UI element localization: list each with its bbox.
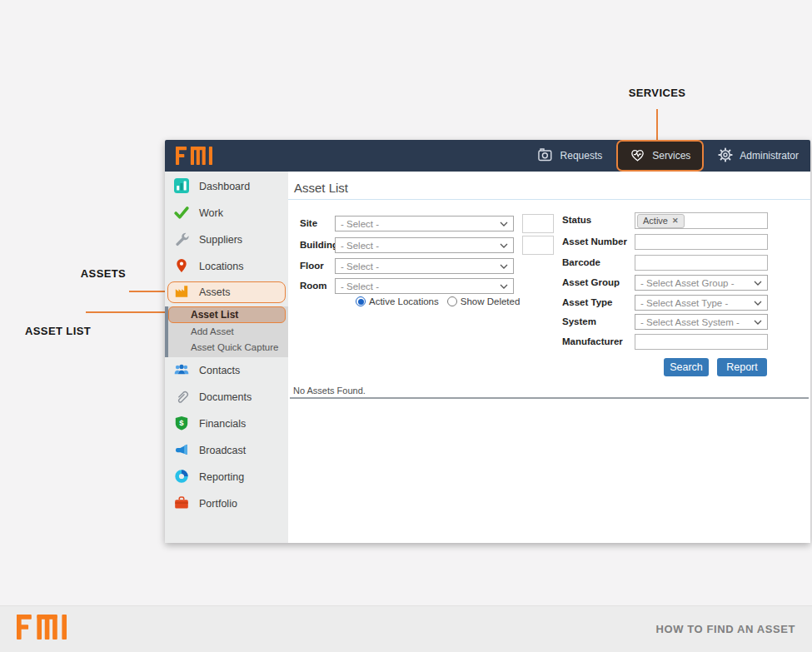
sidebar-item-asset-list[interactable]: Asset List xyxy=(168,306,286,323)
floor-select[interactable]: - Select - xyxy=(335,258,514,274)
paperclip-icon xyxy=(174,389,189,406)
sidebar-item-financials[interactable]: $ Financials xyxy=(165,411,288,437)
manufacturer-label: Manufacturer xyxy=(562,336,623,346)
fmi-logo-footer xyxy=(17,615,67,643)
status-tag-text: Active xyxy=(643,216,668,226)
remove-tag-icon[interactable]: ✕ xyxy=(672,216,679,226)
nav-administrator[interactable]: Administrator xyxy=(706,140,810,172)
site-extra-input[interactable] xyxy=(522,214,554,233)
footer: HOW TO FIND AN ASSET xyxy=(0,605,812,652)
dashboard-icon xyxy=(174,178,189,196)
sidebar-item-label: Work xyxy=(199,207,223,219)
sidebar-item-label: Portfolio xyxy=(199,498,237,510)
sidebar-item-label: Dashboard xyxy=(199,181,250,192)
dollar-shield-icon: $ xyxy=(174,416,189,433)
donut-chart-icon xyxy=(174,469,189,486)
nav-services-label: Services xyxy=(652,150,690,162)
sidebar-item-asset-quick-capture[interactable]: Asset Quick Capture xyxy=(165,339,288,355)
building-select[interactable]: - Select - xyxy=(335,237,514,253)
asset-number-label: Asset Number xyxy=(562,236,627,246)
sidebar: Dashboard Work Suppliers Locations xyxy=(165,172,288,543)
site-select-value: - Select - xyxy=(341,219,379,229)
camera-icon xyxy=(538,147,554,164)
building-label: Building xyxy=(300,240,338,250)
sidebar-item-label: Add Asset xyxy=(191,326,234,336)
sidebar-item-work[interactable]: Work xyxy=(165,200,288,226)
annotation-asset-list-label: ASSET LIST xyxy=(25,325,117,337)
sidebar-item-locations[interactable]: Locations xyxy=(165,253,288,280)
show-deleted-radio[interactable] xyxy=(447,296,457,306)
annotation-asset-list-line xyxy=(86,311,166,313)
room-select-value: - Select - xyxy=(341,281,379,291)
document-title: HOW TO FIND AN ASSET xyxy=(655,623,795,635)
chevron-down-icon xyxy=(754,320,762,325)
annotation-services-label: SERVICES xyxy=(607,87,707,99)
asset-number-input[interactable] xyxy=(635,234,768,250)
sidebar-item-label: Assets xyxy=(199,286,231,298)
status-field[interactable]: Active ✕ xyxy=(635,212,768,229)
asset-group-select[interactable]: - Select Asset Group - xyxy=(635,275,768,291)
barcode-input[interactable] xyxy=(635,255,768,271)
svg-text:$: $ xyxy=(179,418,184,427)
show-deleted-label: Show Deleted xyxy=(461,296,521,306)
main-content: Asset List Site - Select - Building - Se… xyxy=(288,172,810,543)
heartbeat-icon xyxy=(630,147,645,165)
sidebar-item-suppliers[interactable]: Suppliers xyxy=(165,226,288,253)
sidebar-item-add-asset[interactable]: Add Asset xyxy=(165,323,288,339)
system-select[interactable]: - Select Asset System - xyxy=(635,314,768,330)
annotation-services-line xyxy=(656,109,658,140)
location-radio-group: Active Locations Show Deleted xyxy=(356,296,520,306)
room-label: Room xyxy=(300,281,327,291)
site-select[interactable]: - Select - xyxy=(335,216,514,231)
sidebar-item-documents[interactable]: Documents xyxy=(165,384,288,411)
annotation-assets-label: ASSETS xyxy=(77,267,130,280)
chevron-down-icon xyxy=(754,301,762,306)
wrench-icon xyxy=(174,231,189,249)
sidebar-item-assets[interactable]: Assets xyxy=(167,281,286,303)
status-tag: Active ✕ xyxy=(637,214,685,228)
sidebar-item-reporting[interactable]: Reporting xyxy=(165,464,288,490)
fmi-logo xyxy=(176,147,212,165)
nav-requests[interactable]: Requests xyxy=(526,140,615,172)
asset-group-select-value: - Select Asset Group - xyxy=(640,278,735,288)
report-button[interactable]: Report xyxy=(717,358,767,376)
checkmark-icon xyxy=(174,205,189,222)
sidebar-item-portfolio[interactable]: Portfolio xyxy=(165,490,288,517)
active-locations-label: Active Locations xyxy=(369,296,439,306)
briefcase-icon xyxy=(174,495,189,513)
tutorial-page: SERVICES ASSETS ASSET LIST xyxy=(0,0,812,652)
sidebar-item-dashboard[interactable]: Dashboard xyxy=(165,173,288,200)
manufacturer-input[interactable] xyxy=(635,334,768,350)
results-divider xyxy=(290,397,809,399)
radio-dot xyxy=(358,299,364,305)
system-label: System xyxy=(562,316,596,326)
barcode-label: Barcode xyxy=(562,257,600,267)
site-label: Site xyxy=(300,218,317,228)
building-extra-input[interactable] xyxy=(522,236,554,255)
system-select-value: - Select Asset System - xyxy=(640,317,740,327)
sidebar-item-label: Asset Quick Capture xyxy=(191,342,278,352)
active-locations-radio[interactable] xyxy=(356,296,366,306)
status-label: Status xyxy=(562,215,591,225)
asset-type-select-value: - Select Asset Type - xyxy=(640,298,728,308)
sidebar-item-label: Financials xyxy=(199,418,246,430)
assets-submenu: Asset List Add Asset Asset Quick Capture xyxy=(165,306,288,357)
asset-type-label: Asset Type xyxy=(562,297,613,307)
chevron-down-icon xyxy=(754,281,762,286)
app-header: Requests Services xyxy=(165,140,810,172)
page-title: Asset List xyxy=(294,181,348,195)
sidebar-item-contacts[interactable]: Contacts xyxy=(165,357,288,384)
empty-results-message: No Assets Found. xyxy=(293,386,366,396)
building-select-value: - Select - xyxy=(341,241,379,251)
megaphone-icon xyxy=(174,442,189,460)
people-icon xyxy=(174,362,189,380)
search-button[interactable]: Search xyxy=(664,358,709,376)
sidebar-item-broadcast[interactable]: Broadcast xyxy=(165,437,288,464)
nav-services[interactable]: Services xyxy=(616,140,704,172)
asset-type-select[interactable]: - Select Asset Type - xyxy=(635,295,768,311)
sidebar-item-label: Asset List xyxy=(191,309,238,321)
app-window: Requests Services xyxy=(165,140,810,543)
submenu-strip xyxy=(165,306,168,357)
room-select[interactable]: - Select - xyxy=(335,278,514,294)
sidebar-item-label: Contacts xyxy=(199,365,240,376)
